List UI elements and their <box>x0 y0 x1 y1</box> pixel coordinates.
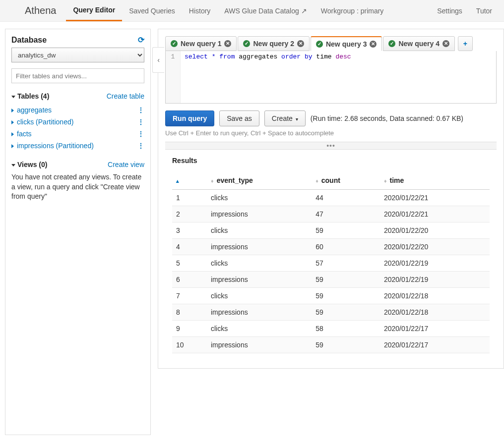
sort-icon: ♦ <box>384 178 387 184</box>
create-label: Create <box>272 114 293 122</box>
col-time[interactable]: ♦time <box>380 171 490 190</box>
run-info: (Run time: 2.68 seconds, Data scanned: 0… <box>311 114 463 122</box>
create-table-link[interactable]: Create table <box>107 92 144 100</box>
table-name[interactable]: aggregates <box>11 106 52 114</box>
table-row[interactable]: 3clicks592020/01/22/20 <box>172 222 490 239</box>
table-row[interactable]: 8impressions592020/01/22/18 <box>172 304 490 321</box>
cell-count: 59 <box>312 272 380 288</box>
results-table: ▴ ♦event_type ♦count ♦time 1clicks442020… <box>172 171 490 353</box>
collapse-sidebar-button[interactable]: ‹ <box>152 47 164 73</box>
query-tab[interactable]: ✓New query 4✕ <box>383 36 454 51</box>
tables-heading: Tables (4) <box>17 92 49 100</box>
create-menu-button[interactable]: Create▾ <box>264 110 306 126</box>
nav-tab-history[interactable]: History <box>182 0 218 21</box>
cell-time: 2020/01/22/17 <box>380 337 490 353</box>
nav-tab-label: Tutor <box>476 7 492 15</box>
sidebar: Database ⟳ analytics_dw Tables (4) Creat… <box>5 29 151 435</box>
nav-tab-glue-catalog[interactable]: AWS Glue Data Catalog↗ <box>217 0 314 21</box>
cell-event-type: clicks <box>207 222 312 239</box>
caret-right-icon <box>11 109 14 112</box>
table-actions-menu[interactable]: ⋮ <box>137 142 144 150</box>
col-label: event_type <box>217 176 253 184</box>
cell-count: 60 <box>312 239 380 255</box>
nav-tab-workgroup[interactable]: Workgroup : primary <box>314 0 391 21</box>
cell-index: 8 <box>172 304 207 321</box>
refresh-icon[interactable]: ⟳ <box>138 35 144 45</box>
col-count[interactable]: ♦count <box>312 171 380 190</box>
cell-event-type: impressions <box>207 272 312 288</box>
table-row[interactable]: 4impressions602020/01/22/20 <box>172 239 490 255</box>
resize-handle[interactable]: ••• <box>165 142 497 150</box>
table-row[interactable]: 6impressions592020/01/22/19 <box>172 272 490 288</box>
close-tab-icon[interactable]: ✕ <box>442 40 449 47</box>
add-tab-button[interactable]: + <box>458 36 473 51</box>
table-row[interactable]: 2impressions472020/01/22/21 <box>172 206 490 222</box>
table-actions-menu[interactable]: ⋮ <box>137 118 144 126</box>
cell-time: 2020/01/22/20 <box>380 239 490 255</box>
brand: Athena <box>25 5 56 16</box>
table-actions-menu[interactable]: ⋮ <box>137 130 144 138</box>
cell-event-type: clicks <box>207 255 312 272</box>
cell-event-type: impressions <box>207 304 312 321</box>
table-row[interactable]: 1clicks442020/01/22/21 <box>172 190 490 206</box>
table-name[interactable]: facts <box>11 130 32 138</box>
close-tab-icon[interactable]: ✕ <box>297 40 304 47</box>
caret-down-icon[interactable] <box>11 96 15 98</box>
query-tab[interactable]: ✓New query 2✕ <box>238 36 309 51</box>
query-tab[interactable]: ✓New query 3✕ <box>311 36 382 51</box>
nav-tab-label: Saved Queries <box>129 7 175 15</box>
table-row[interactable]: 7clicks592020/01/22/18 <box>172 288 490 304</box>
nav-tab-query-editor[interactable]: Query Editor <box>66 0 122 21</box>
cell-event-type: clicks <box>207 288 312 304</box>
status-ok-icon: ✓ <box>388 40 395 47</box>
query-tabs: ✓New query 1✕✓New query 2✕✓New query 3✕✓… <box>165 36 497 51</box>
col-event-type[interactable]: ♦event_type <box>207 171 312 190</box>
table-item: clicks (Partitioned)⋮ <box>11 116 144 128</box>
table-item: aggregates⋮ <box>11 104 144 116</box>
nav-tutorial[interactable]: Tutor <box>469 0 499 21</box>
cell-time: 2020/01/22/17 <box>380 321 490 337</box>
cell-count: 57 <box>312 255 380 272</box>
cell-index: 7 <box>172 288 207 304</box>
table-name[interactable]: impressions (Partitioned) <box>11 142 94 150</box>
close-tab-icon[interactable]: ✕ <box>224 40 231 47</box>
external-link-icon: ↗ <box>301 7 307 15</box>
save-as-button[interactable]: Save as <box>219 110 259 126</box>
cell-count: 44 <box>312 190 380 206</box>
cell-count: 59 <box>312 222 380 239</box>
table-name[interactable]: clicks (Partitioned) <box>11 118 73 126</box>
sql-code[interactable]: select * from aggregates order by time d… <box>181 51 355 103</box>
caret-right-icon <box>11 144 14 148</box>
cell-time: 2020/01/22/21 <box>380 190 490 206</box>
run-query-button[interactable]: Run query <box>165 110 214 126</box>
sort-icon: ♦ <box>211 178 214 184</box>
table-row[interactable]: 5clicks572020/01/22/19 <box>172 255 490 272</box>
cell-index: 5 <box>172 255 207 272</box>
tab-label: New query 4 <box>398 40 439 48</box>
filter-input[interactable] <box>11 68 144 83</box>
cell-event-type: impressions <box>207 337 312 353</box>
nav-settings[interactable]: Settings <box>430 0 469 21</box>
sql-editor[interactable]: 1 select * from aggregates order by time… <box>165 51 497 104</box>
col-index[interactable]: ▴ <box>172 171 207 190</box>
cell-index: 9 <box>172 321 207 337</box>
caret-down-icon[interactable] <box>11 164 15 166</box>
query-tab[interactable]: ✓New query 1✕ <box>165 36 237 51</box>
cell-count: 47 <box>312 206 380 222</box>
cell-time: 2020/01/22/18 <box>380 288 490 304</box>
close-tab-icon[interactable]: ✕ <box>370 41 377 48</box>
nav-tab-saved-queries[interactable]: Saved Queries <box>122 0 182 21</box>
nav-tab-label: Settings <box>437 7 462 15</box>
table-actions-menu[interactable]: ⋮ <box>137 106 144 114</box>
cell-time: 2020/01/22/21 <box>380 206 490 222</box>
table-item: impressions (Partitioned)⋮ <box>11 140 144 152</box>
table-row[interactable]: 10impressions592020/01/22/17 <box>172 337 490 353</box>
database-select[interactable]: analytics_dw <box>11 48 144 62</box>
nav-tabs: Query Editor Saved Queries History AWS G… <box>66 0 390 21</box>
cell-event-type: impressions <box>207 239 312 255</box>
create-view-link[interactable]: Create view <box>108 161 144 168</box>
status-ok-icon: ✓ <box>316 41 323 48</box>
line-number: 1 <box>171 53 175 60</box>
cell-count: 59 <box>312 288 380 304</box>
table-row[interactable]: 9clicks582020/01/22/17 <box>172 321 490 337</box>
